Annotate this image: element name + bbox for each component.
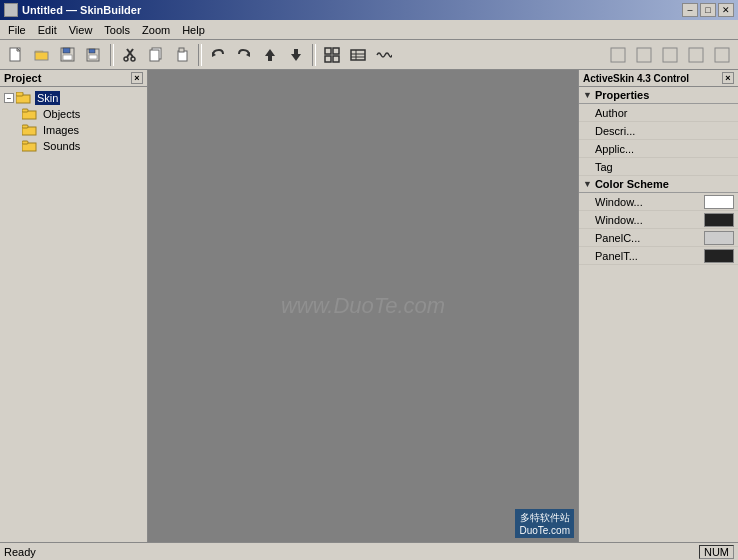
watermark: www.DuoTe.com [281,293,445,319]
svg-rect-6 [63,55,72,60]
properties-title: ActiveSkin 4.3 Control [583,73,689,84]
num-lock-indicator: NUM [699,545,734,559]
prop-window1-label: Window... [595,196,704,208]
logo-line2: DuoTe.com [519,525,570,536]
sep3 [312,44,316,66]
prop-window2: Window... [579,211,738,229]
prop-window1-swatch[interactable] [704,195,734,209]
svg-rect-35 [689,48,703,62]
svg-rect-32 [611,48,625,62]
title-text: Untitled — SkinBuilder [4,3,141,17]
menu-tools[interactable]: Tools [98,22,136,38]
prop-panelc-label: PanelC... [595,232,704,244]
tb-r3[interactable] [658,44,682,66]
svg-rect-25 [333,48,339,54]
wave-button[interactable] [372,44,396,66]
menu-zoom[interactable]: Zoom [136,22,176,38]
prop-author-label: Author [595,107,734,119]
status-bar: Ready NUM [0,542,738,560]
menu-help[interactable]: Help [176,22,211,38]
redo-button[interactable] [232,44,256,66]
project-panel: Project × − Skin [0,70,148,542]
prop-application-label: Applic... [595,143,734,155]
save-button[interactable] [56,44,80,66]
svg-rect-34 [663,48,677,62]
prop-author: Author [579,104,738,122]
logo-line1: 多特软件站 [519,511,570,525]
svg-rect-27 [333,56,339,62]
prop-panelc-swatch[interactable] [704,231,734,245]
svg-point-13 [131,57,135,61]
svg-rect-17 [179,48,184,52]
table-button[interactable] [346,44,370,66]
close-button[interactable]: ✕ [718,3,734,17]
down-button[interactable] [284,44,308,66]
section-properties-header[interactable]: ▼ Properties [579,87,738,104]
section-colorscheme-label: Color Scheme [595,178,669,190]
prop-panelt: PanelT... [579,247,738,265]
svg-rect-8 [89,49,95,53]
project-header: Project × [0,70,147,87]
svg-rect-5 [63,48,70,53]
open-button[interactable] [30,44,54,66]
svg-rect-36 [715,48,729,62]
tree-item-images[interactable]: Images [41,123,81,137]
svg-rect-42 [22,125,28,128]
properties-close-button[interactable]: × [722,72,734,84]
paste-button[interactable] [170,44,194,66]
toolbar [0,40,738,70]
save-all-button[interactable] [82,44,106,66]
svg-marker-20 [265,49,275,56]
maximize-button[interactable]: □ [700,3,716,17]
tree-item-sounds[interactable]: Sounds [41,139,82,153]
project-tree: − Skin Objects [0,87,147,542]
svg-rect-3 [35,52,48,60]
menu-bar: File Edit View Tools Zoom Help [0,20,738,40]
menu-file[interactable]: File [2,22,32,38]
svg-rect-15 [150,50,159,61]
tree-expand-skin[interactable]: − [4,93,14,103]
section-colorscheme-header[interactable]: ▼ Color Scheme [579,176,738,193]
properties-panel: ActiveSkin 4.3 Control × ▼ Properties Au… [578,70,738,542]
status-right: NUM [699,545,734,559]
menu-view[interactable]: View [63,22,99,38]
logo-corner: 多特软件站 DuoTe.com [515,509,574,538]
section-properties-label: Properties [595,89,649,101]
svg-marker-22 [291,54,301,61]
app-icon [4,3,18,17]
svg-rect-40 [22,109,28,112]
svg-rect-28 [351,50,365,60]
window-title: Untitled — SkinBuilder [22,4,141,16]
status-text: Ready [4,546,699,558]
section-properties-expand: ▼ [583,90,592,100]
grid-button[interactable] [320,44,344,66]
cut-button[interactable] [118,44,142,66]
prop-panelt-swatch[interactable] [704,249,734,263]
copy-button[interactable] [144,44,168,66]
main-area: Project × − Skin [0,70,738,542]
tree-item-skin[interactable]: Skin [35,91,60,105]
svg-rect-21 [268,56,272,61]
menu-edit[interactable]: Edit [32,22,63,38]
up-button[interactable] [258,44,282,66]
undo-button[interactable] [206,44,230,66]
tb-r1[interactable] [606,44,630,66]
prop-window2-swatch[interactable] [704,213,734,227]
tb-r5[interactable] [710,44,734,66]
tb-r2[interactable] [632,44,656,66]
svg-rect-9 [89,55,97,59]
prop-window2-label: Window... [595,214,704,226]
prop-description: Descri... [579,122,738,140]
prop-description-label: Descri... [595,125,734,137]
new-button[interactable] [4,44,28,66]
canvas-area[interactable]: www.DuoTe.com 多特软件站 DuoTe.com [148,70,578,542]
tb-r4[interactable] [684,44,708,66]
section-colorscheme-expand: ▼ [583,179,592,189]
minimize-button[interactable]: – [682,3,698,17]
project-close-button[interactable]: × [131,72,143,84]
prop-window1: Window... [579,193,738,211]
tree-item-objects[interactable]: Objects [41,107,82,121]
sep1 [110,44,114,66]
title-buttons: – □ ✕ [682,3,734,17]
title-bar: Untitled — SkinBuilder – □ ✕ [0,0,738,20]
